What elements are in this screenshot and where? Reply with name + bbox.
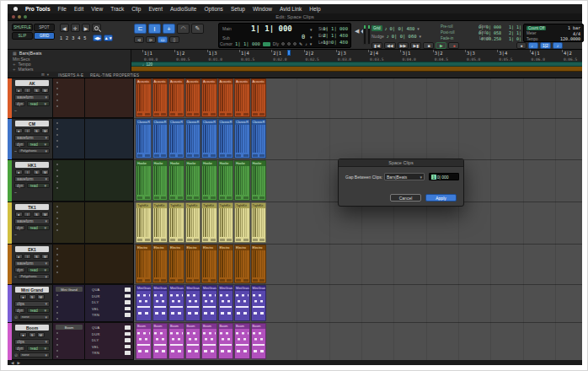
clip-gain-chip[interactable]	[194, 154, 199, 158]
clip-gain-chip[interactable]	[236, 239, 241, 242]
menu-item-window[interactable]: Window	[253, 6, 272, 12]
clip-tk1-6[interactable]: TightKit	[218, 202, 234, 243]
insert-slot-dot[interactable]	[56, 134, 58, 136]
playhead-marker[interactable]	[287, 50, 291, 56]
clip-ak-4[interactable]: Acoustic	[185, 78, 201, 117]
edit-mode-shuffle[interactable]: SHUFFLE	[12, 24, 33, 31]
track-list-caret-icon[interactable]: ▾	[47, 73, 49, 77]
menu-item-setup[interactable]: Setup	[231, 6, 245, 12]
bottom-scrollbar[interactable]: ◀▶	[8, 360, 582, 365]
clip-ak-1[interactable]: Acoustic	[136, 78, 152, 117]
insert-slot-dot[interactable]	[56, 344, 58, 346]
track-view-selector[interactable]: waveform▾	[14, 135, 50, 141]
insert-slot-dot[interactable]	[56, 212, 58, 213]
insert-slot-dot[interactable]	[56, 218, 58, 219]
record-enable-button[interactable]: ●	[15, 169, 23, 175]
clip-ek1-6[interactable]: Electro	[218, 245, 234, 283]
clip-gain-chip[interactable]	[220, 154, 225, 158]
clip-gain-chip[interactable]	[203, 113, 208, 116]
clip-gain-chip[interactable]	[211, 113, 216, 116]
clip-boom-5[interactable]: Boom	[201, 323, 217, 359]
clip-cm-1[interactable]: ClassicR	[136, 119, 152, 159]
dyn-button[interactable]: dyn	[14, 225, 25, 230]
automation-mode-selector[interactable]: read▾	[27, 267, 50, 272]
grabber-tool-icon[interactable]: +	[163, 24, 175, 34]
clip-gain-chip[interactable]	[227, 239, 232, 242]
clip-gain-chip[interactable]	[259, 196, 265, 200]
insert-slot-dot[interactable]	[56, 206, 58, 207]
clip-boom-6[interactable]: Boom	[218, 323, 234, 359]
rtp-label-dur[interactable]: DUR	[92, 332, 100, 336]
ruler-name-barsbeats[interactable]: ▦Bars|Beats	[8, 50, 131, 56]
clip-cm-4[interactable]: ClassicR	[185, 119, 201, 159]
selector-tool-icon[interactable]: I	[148, 24, 161, 34]
clip-gain-chip[interactable]	[253, 154, 258, 158]
clip-gain-chip[interactable]	[145, 154, 150, 158]
rtp-value-chip[interactable]	[125, 325, 131, 330]
nudge-value[interactable]: 0| 0| 060	[392, 34, 417, 39]
gap-rest-value[interactable]: 0| 000	[437, 175, 449, 180]
clip-gain-chip[interactable]	[137, 113, 142, 116]
automation-mode-selector[interactable]: read▾	[27, 308, 50, 313]
gap-unit-select[interactable]: Bars|Beats ▾	[384, 173, 425, 180]
bar-label[interactable]: 3|1	[402, 51, 410, 56]
track-view-selector[interactable]: clips▾	[14, 301, 50, 307]
track-name[interactable]: Mini Grand	[15, 287, 49, 293]
bar-label[interactable]: 3|2	[435, 51, 443, 56]
insert-slot-dot[interactable]	[56, 266, 58, 267]
scroll-right-icon[interactable]: ▶	[17, 361, 19, 365]
clip-gain-chip[interactable]	[161, 196, 166, 200]
nudge-caret-icon[interactable]: ▾	[420, 34, 422, 39]
menu-item-view[interactable]: View	[91, 6, 103, 12]
zoom-in-icon[interactable]: ▶	[82, 24, 91, 32]
apple-icon[interactable]	[13, 7, 18, 11]
zoom-preset-3[interactable]: 3	[72, 35, 74, 40]
record-enable-button[interactable]: ●	[15, 88, 23, 93]
clip-gain-chip[interactable]	[236, 196, 241, 200]
track-list-icon[interactable]: ⊞	[41, 73, 45, 77]
bar-label[interactable]: 2|4	[370, 51, 378, 56]
insert-slot-dot[interactable]	[56, 82, 58, 83]
automation-mode-selector[interactable]: read▾	[27, 142, 50, 147]
clip-gain-chip[interactable]	[187, 196, 192, 200]
clip-boom-3[interactable]: Boom	[168, 323, 184, 359]
track-lane-boom[interactable]: BoomBoomBoomBoomBoomBoomBoomBoom	[134, 323, 582, 361]
go-to-end-button[interactable]: ▶▮	[410, 42, 421, 49]
automation-mode-selector[interactable]: read▾	[27, 183, 50, 188]
bar-label[interactable]: 1|2	[176, 51, 184, 56]
clip-gain-chip[interactable]	[145, 239, 150, 242]
insert-slot-dot[interactable]	[56, 350, 58, 352]
edit-mode-grid[interactable]: GRID	[34, 32, 55, 40]
elastic-audio-icon[interactable]: ~	[14, 190, 17, 195]
menu-item-pro-tools[interactable]: Pro Tools	[25, 6, 51, 12]
rtp-label-dly[interactable]: DLY	[92, 338, 99, 342]
insert-slot-dot[interactable]	[56, 356, 58, 358]
clip-gain-chip[interactable]	[137, 279, 142, 282]
rtp-value-chip[interactable]	[125, 288, 131, 292]
track-name[interactable]: Boom	[15, 325, 49, 331]
rtp-label-dly[interactable]: DLY	[92, 300, 99, 304]
insert-slot-dot[interactable]	[56, 254, 58, 255]
rtp-value-chip[interactable]	[125, 351, 131, 355]
input-monitor-button[interactable]: I	[24, 128, 31, 133]
clip-gain-chip[interactable]	[243, 154, 249, 158]
clip-cm-8[interactable]: ClassicR	[251, 119, 267, 159]
rtp-value-chip[interactable]	[125, 338, 131, 342]
menu-item-audiosuite[interactable]: AudioSuite	[170, 6, 196, 12]
clip-gain-chip[interactable]	[259, 154, 265, 158]
input-monitor-button[interactable]: I	[24, 212, 31, 217]
clip-cm-6[interactable]: ClassicR	[218, 119, 234, 159]
track-lane-ak[interactable]: AcousticAcousticAcousticAcousticAcoustic…	[134, 78, 582, 119]
clip-tk1-4[interactable]: TightKit	[185, 202, 201, 243]
elastic-audio-selector[interactable]: Polyphonic▾	[18, 274, 50, 279]
clip-gain-chip[interactable]	[194, 279, 199, 282]
solo-button[interactable]: S	[33, 169, 40, 175]
clip-hk1-2[interactable]: Hooke	[152, 160, 168, 201]
insert-slot-dot[interactable]	[56, 175, 58, 177]
input-monitor-button[interactable]: I	[24, 88, 31, 93]
clip-gain-chip[interactable]	[154, 196, 159, 200]
bar-label[interactable]: 2|2	[306, 51, 314, 56]
clip-gain-chip[interactable]	[154, 113, 159, 116]
clip-gain-chip[interactable]	[211, 239, 216, 242]
clip-gain-chip[interactable]	[236, 279, 241, 282]
